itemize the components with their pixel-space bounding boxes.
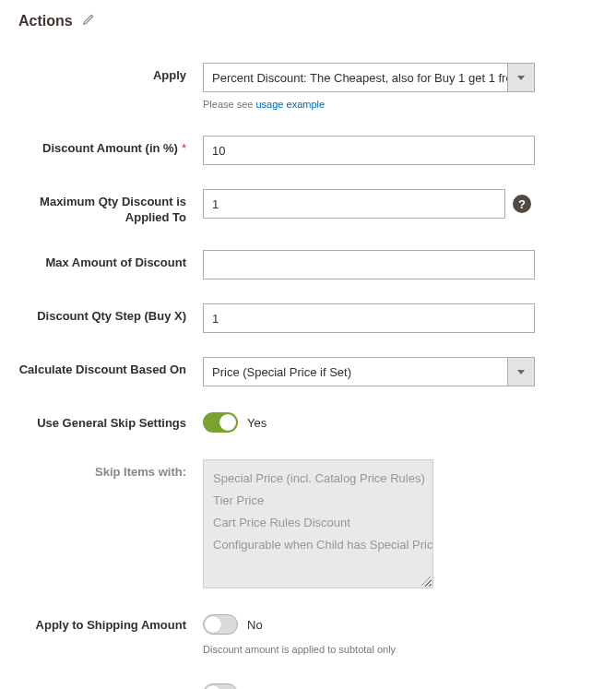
- apply-shipping-value: No: [247, 618, 263, 632]
- apply-select-value: Percent Discount: The Cheapest, also for…: [203, 63, 535, 92]
- toggle-knob: [219, 414, 236, 431]
- required-asterisk-icon: *: [182, 141, 186, 157]
- skip-items-option: Tier Price: [213, 490, 423, 512]
- calc-based-on-value: Price (Special Price if Set): [203, 357, 535, 386]
- skip-items-option: Cart Price Rules Discount: [213, 512, 423, 534]
- max-qty-label: Maximum Qty Discount is Applied To: [18, 189, 203, 226]
- discount-amount-label: Discount Amount (in %)*: [18, 136, 203, 157]
- apply-select[interactable]: Percent Discount: The Cheapest, also for…: [203, 63, 535, 92]
- toggle-knob: [205, 616, 221, 633]
- calc-based-on-select[interactable]: Price (Special Price if Set): [203, 357, 535, 386]
- pencil-icon[interactable]: [82, 13, 95, 30]
- apply-shipping-help: Discount amount is applied to subtotal o…: [203, 643, 526, 657]
- apply-label: Apply: [18, 63, 203, 84]
- qty-step-input[interactable]: [203, 303, 535, 333]
- discard-subsequent-label: Discard subsequent rules: [18, 682, 203, 689]
- usage-example-link[interactable]: usage example: [255, 99, 325, 110]
- apply-help: Please see usage example: [203, 98, 535, 112]
- qty-step-label: Discount Qty Step (Buy X): [18, 303, 203, 325]
- apply-shipping-toggle[interactable]: [203, 614, 238, 635]
- apply-shipping-label: Apply to Shipping Amount: [18, 612, 203, 634]
- max-amount-input[interactable]: [203, 250, 535, 279]
- discount-amount-label-text: Discount Amount (in %): [42, 141, 178, 155]
- section-title-text: Actions: [18, 13, 73, 30]
- use-general-skip-value: Yes: [247, 416, 267, 430]
- skip-items-option: Configurable when Child has Special Pric…: [213, 534, 423, 556]
- apply-help-prefix: Please see: [203, 99, 255, 110]
- discount-amount-input[interactable]: [203, 136, 535, 165]
- max-qty-input[interactable]: [203, 189, 505, 219]
- calc-based-on-label: Calculate Discount Based On: [18, 357, 203, 378]
- discard-subsequent-toggle[interactable]: [203, 683, 238, 689]
- question-icon[interactable]: ?: [513, 195, 531, 213]
- use-general-skip-toggle[interactable]: [203, 412, 238, 433]
- chevron-down-icon: [507, 357, 535, 386]
- skip-items-multiselect: Special Price (incl. Catalog Price Rules…: [203, 459, 433, 588]
- chevron-down-icon: [507, 63, 535, 92]
- skip-items-label: Skip Items with:: [18, 459, 203, 481]
- use-general-skip-label: Use General Skip Settings: [18, 410, 203, 432]
- max-amount-label: Max Amount of Discount: [18, 250, 203, 271]
- resize-grip-icon: [421, 576, 431, 586]
- toggle-knob: [205, 685, 221, 689]
- section-title: Actions: [18, 13, 598, 30]
- skip-items-option: Special Price (incl. Catalog Price Rules…: [213, 468, 423, 490]
